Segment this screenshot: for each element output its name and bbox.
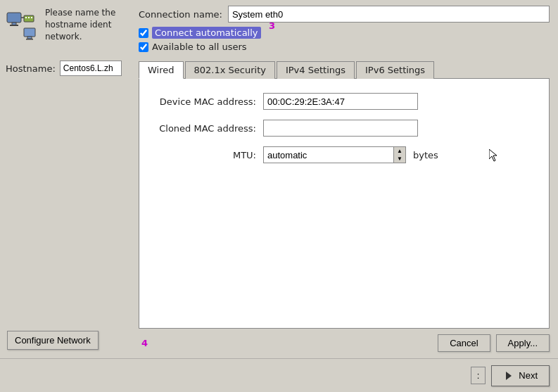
left-panel: Please name the hostname ident network. … [0,0,130,392]
svg-rect-10 [26,39,33,40]
bottom-bar: : Next [0,358,558,392]
svg-marker-11 [506,372,512,380]
svg-rect-0 [7,13,21,23]
dots-button[interactable]: : [471,367,486,384]
checkboxes-area: Connect automatically Available to all u… [130,25,558,56]
tab-wired[interactable]: Wired [139,61,184,79]
hostname-row: Hostname: [6,61,122,76]
available-users-row: Available to all users [139,42,550,52]
left-description: Please name the hostname ident network. [45,7,125,42]
mtu-input[interactable] [263,146,393,163]
apply-button[interactable]: Apply... [496,334,550,352]
next-button[interactable]: Next [491,365,550,386]
device-mac-label: Device MAC address: [151,96,263,107]
device-mac-row: Device MAC address: [151,93,538,110]
device-mac-input[interactable] [263,93,418,110]
tabs-header: Wired 802.1x Security IPv4 Settings IPv6… [139,61,550,79]
mtu-spinner-wrapper: ▲ ▼ [263,146,406,163]
available-users-checkbox[interactable] [139,42,148,52]
bytes-label: bytes [413,150,438,160]
tabs-container: Wired 802.1x Security IPv4 Settings IPv6… [139,61,550,329]
mtu-spinner-buttons: ▲ ▼ [393,146,406,163]
network-icon [6,10,39,44]
dialog: 3 Connection name: Connect automatically… [130,0,558,392]
wired-tab-content: Device MAC address: Cloned MAC address: … [139,79,550,329]
cloned-mac-input[interactable] [263,120,418,137]
tab-8021x-security[interactable]: 802.1x Security [185,61,275,79]
svg-rect-9 [27,37,32,39]
connect-auto-row: Connect automatically [139,27,550,39]
step-number-3: 3 [269,20,275,31]
svg-rect-5 [28,17,30,18]
configure-network-button[interactable]: Configure Network [7,331,99,350]
mtu-input-wrapper: ▲ ▼ bytes [263,146,438,163]
connection-name-input[interactable] [228,6,550,23]
connection-name-row: Connection name: [130,0,558,25]
cancel-button[interactable]: Cancel [438,334,490,352]
next-label: Next [519,370,538,381]
svg-rect-8 [24,28,35,37]
tab-ipv6-settings[interactable]: IPv6 Settings [356,61,434,79]
dialog-bottom-buttons: 4 Cancel Apply... [130,329,558,358]
cloned-mac-label: Cloned MAC address: [151,123,263,134]
svg-rect-4 [25,17,27,18]
next-arrow-icon [503,370,514,381]
connect-auto-label: Connect automatically [152,27,261,39]
svg-rect-6 [31,17,32,18]
cloned-mac-row: Cloned MAC address: [151,120,538,137]
available-users-label: Available to all users [152,42,247,52]
hostname-label: Hostname: [6,63,56,74]
connection-name-label: Connection name: [139,9,222,20]
mtu-label: MTU: [151,150,263,160]
tab-ipv4-settings[interactable]: IPv4 Settings [277,61,355,79]
connect-auto-checkbox[interactable] [139,28,148,38]
mtu-decrement-button[interactable]: ▼ [394,155,405,163]
svg-rect-2 [10,25,18,26]
step-number-4: 4 [141,338,148,348]
svg-rect-3 [24,15,34,22]
hostname-input[interactable] [60,61,122,76]
mtu-increment-button[interactable]: ▲ [394,147,405,155]
mtu-row: MTU: ▲ ▼ bytes [151,146,538,163]
